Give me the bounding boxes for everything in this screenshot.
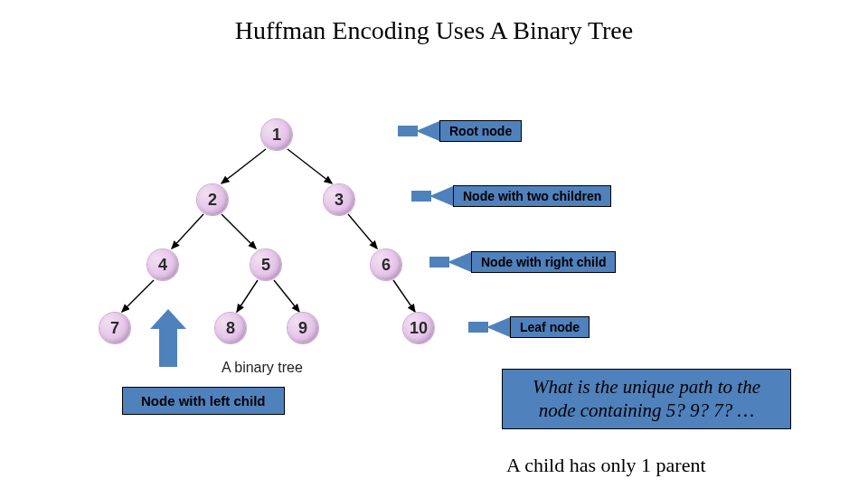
tree-node-7: 7 <box>99 313 130 343</box>
tree-node-10: 10 <box>403 313 434 343</box>
question-box: What is the unique path to the node cont… <box>502 369 791 429</box>
callout-label: Root node <box>439 120 522 142</box>
svg-line-7 <box>274 280 299 312</box>
tree-node-8: 8 <box>215 313 246 343</box>
tree-node-1: 1 <box>261 119 292 150</box>
svg-line-2 <box>172 214 203 249</box>
svg-line-1 <box>288 149 332 183</box>
tree-caption: A binary tree <box>222 360 303 376</box>
callout-label: Node with two children <box>453 185 611 207</box>
svg-line-8 <box>393 280 415 312</box>
callout-right-child: Node with right child <box>429 251 616 273</box>
tree-node-5: 5 <box>250 249 281 280</box>
svg-line-0 <box>222 149 266 183</box>
tree-node-2: 2 <box>197 184 228 215</box>
callout-leaf: Leaf node <box>468 316 590 338</box>
slide: Huffman Encoding Uses A Binary Tree 1 2 … <box>0 0 868 488</box>
arrow-up-icon <box>150 309 186 367</box>
callout-label: Leaf node <box>510 316 590 338</box>
tree-node-3: 3 <box>324 184 354 215</box>
svg-line-6 <box>237 280 258 312</box>
tree-node-6: 6 <box>371 249 401 280</box>
svg-line-3 <box>222 214 256 249</box>
callout-label: Node with right child <box>471 251 616 273</box>
svg-line-5 <box>122 280 154 312</box>
callout-two-children: Node with two children <box>411 185 611 207</box>
svg-line-4 <box>348 214 377 249</box>
callout-root: Root node <box>398 120 522 142</box>
tree-node-4: 4 <box>147 249 178 280</box>
tree-node-9: 9 <box>288 313 318 343</box>
left-child-label: Node with left child <box>122 387 285 415</box>
footnote-text: A child has only 1 parent <box>506 454 706 477</box>
